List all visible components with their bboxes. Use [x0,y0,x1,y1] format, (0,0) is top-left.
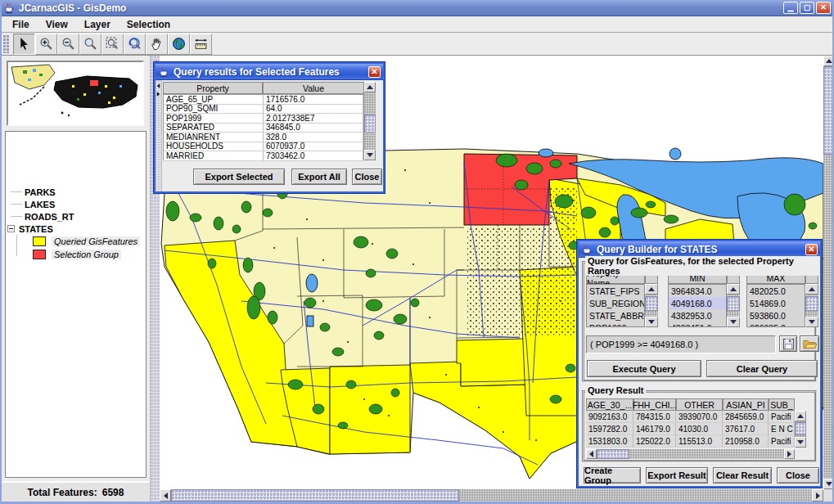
layer-tree: PARKS LAKES ROADS_RT STATES Queried GisF… [5,131,147,478]
result-hscrollbar[interactable] [586,449,795,459]
map-horizontal-scrollbar[interactable] [160,489,823,502]
save-icon [782,338,795,350]
scroll-up-button[interactable] [823,56,834,66]
total-features-label: Total Features: [28,487,97,498]
list-item[interactable]: 3964834.0 [669,285,726,297]
list-item[interactable]: 4382953.0 [669,309,726,322]
scroll-down-button[interactable] [364,150,376,160]
result-table[interactable]: AGE_30_... FHH_CHI... OTHER ASIAN_PI SUB… [586,398,814,449]
measure-ruler-button[interactable] [190,34,212,55]
toolbar-grip[interactable] [3,35,10,53]
vertical-scroll-thumb[interactable] [823,66,834,155]
collapse-left-icon[interactable] [157,83,160,88]
expand-right-icon[interactable] [157,92,160,97]
legend-item-queried[interactable]: Queried GisFeatures [6,235,146,248]
cell-property: AGE_65_UP [164,95,264,105]
layer-item-states[interactable]: STATES [6,223,146,235]
java-cup-icon [3,2,15,14]
scroll-down-button[interactable] [823,479,834,489]
query-text-field[interactable]: ( POP1999 >= 4049168.0 ) [586,335,776,353]
menu-layer[interactable]: Layer [77,17,118,32]
export-all-button[interactable]: Export All [291,169,347,185]
cell-property: MEDIANRENT [164,133,264,142]
max-list-scrollbar[interactable] [805,284,818,327]
list-item[interactable]: 620685.0 [747,322,805,327]
pan-hand-button[interactable] [146,34,168,55]
map-vertical-scrollbar[interactable] [823,56,834,489]
save-query-button[interactable] [779,335,797,352]
scroll-up-button[interactable] [364,82,376,92]
globe-button[interactable] [168,34,190,55]
layer-label: ROADS_RT [25,212,74,222]
layer-item-parks[interactable]: PARKS [6,186,146,198]
create-group-button[interactable]: Create Group [584,467,641,484]
result-vscrollbar[interactable] [795,411,806,448]
execute-query-button[interactable]: Execute Query [587,360,701,377]
list-item[interactable]: SUB_REGION [587,297,644,309]
list-item[interactable]: 593860.0 [747,309,805,322]
max-list[interactable]: MAX 482025.0 514869.0 593860.0 620685.0 [746,272,818,327]
property-list-scrollbar[interactable] [645,284,658,327]
cell-property: HOUSEHOLDS [164,142,264,152]
overview-map[interactable] [7,61,144,126]
layer-item-roads[interactable]: ROADS_RT [6,210,146,223]
globe-icon [172,37,186,51]
results-table[interactable]: AGE_65_UP1716576.0 POP90_SQMI64.0 POP199… [163,94,364,160]
close-icon[interactable]: ✕ [368,66,381,78]
scroll-right-button[interactable] [812,489,823,502]
results-scrollbar[interactable] [364,82,376,160]
zoom-box-button[interactable] [101,34,124,55]
layer-label: STATES [19,224,53,234]
result-cell: 1531803.0 [586,435,633,448]
inner-divider[interactable] [156,80,162,191]
close-icon[interactable]: ✕ [805,244,818,255]
query-results-title-bar[interactable]: Query results for Selected Features ✕ [156,64,383,80]
menu-view[interactable]: View [38,17,75,32]
menu-file[interactable]: File [5,17,37,32]
legend-label: Queried GisFeatures [52,236,140,246]
column-header-value[interactable]: Value [263,82,364,94]
result-group-label: Query Result [585,385,646,395]
export-selected-button[interactable]: Export Selected [193,169,285,185]
list-item[interactable]: 4398451.0 [669,322,726,327]
close-result-button[interactable]: Close [777,467,819,484]
result-cell: 125022.0 [633,435,676,448]
open-query-button[interactable] [800,335,819,352]
clear-result-button[interactable]: Clear Result [713,467,772,484]
horizontal-scroll-thumb[interactable] [171,489,459,502]
result-cell: 9092163.0 [586,411,633,423]
clear-query-button[interactable]: Clear Query [706,360,818,377]
min-list-scrollbar[interactable] [727,284,740,327]
zoom-in-button[interactable] [35,34,57,55]
legend-item-selection[interactable]: Selection Group [6,248,146,261]
query-builder-title-bar[interactable]: Query Builder for STATES ✕ [579,241,820,258]
list-item[interactable]: STATE_ABBR [587,309,644,322]
property-name-list[interactable]: Property Name STATE_FIPS SUB_REGION STAT… [586,272,658,327]
close-button[interactable]: ✕ [816,2,831,14]
close-button[interactable]: Close [352,169,382,185]
zoom-reset-button[interactable] [124,34,146,55]
select-arrow-button[interactable] [13,34,35,55]
column-header-property[interactable]: Property [163,82,263,94]
list-item[interactable]: POP1990 [587,322,644,327]
query-builder-dialog: Query Builder for STATES ✕ Query for Gis… [577,240,822,488]
list-item[interactable]: 482025.0 [747,285,805,297]
scroll-left-button[interactable] [160,489,171,502]
collapse-icon[interactable] [7,225,15,232]
pan-hand-icon [150,37,164,51]
cell-property: POP1999 [164,114,264,124]
min-list[interactable]: MIN 3964834.0 4049168.0 4382953.0 439845… [668,272,740,327]
export-result-button[interactable]: Export Result [646,467,708,484]
minimize-button[interactable]: ▁ [783,2,798,14]
list-item-selected[interactable]: 4049168.0 [669,297,726,309]
menu-selection[interactable]: Selection [119,17,178,32]
zoom-box-icon [106,37,119,51]
list-item[interactable]: STATE_FIPS [587,285,644,297]
zoom-lens-button[interactable] [79,34,101,55]
layer-item-lakes[interactable]: LAKES [6,198,146,210]
java-cup-icon [581,244,593,255]
scroll-thumb[interactable] [364,115,376,133]
maximize-button[interactable]: ▢ [800,2,814,14]
list-item[interactable]: 514869.0 [747,297,805,309]
zoom-out-button[interactable] [57,34,79,55]
